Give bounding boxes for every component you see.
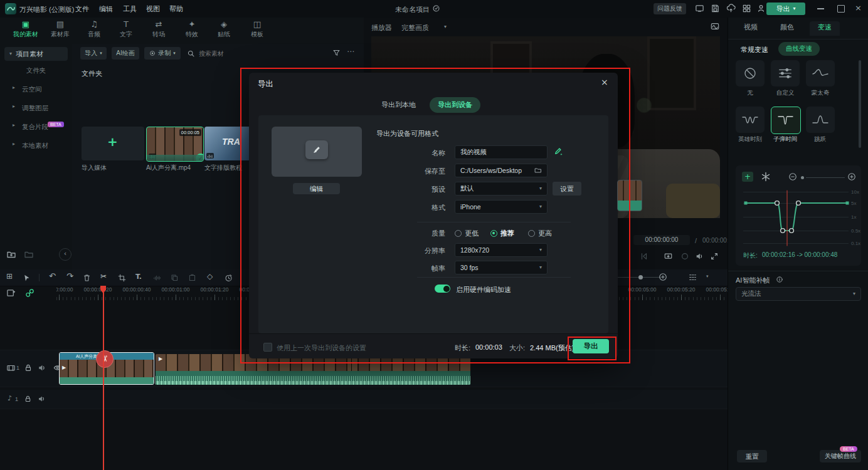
remember-checkbox[interactable] (263, 343, 272, 352)
ai-method-dropdown[interactable]: 光流法 ▾ (736, 287, 861, 301)
speed-clock-icon[interactable] (225, 274, 233, 283)
format-dropdown[interactable]: iPhone ▾ (455, 200, 548, 214)
import-media-tile[interactable]: + (82, 127, 144, 160)
keyframe-icon[interactable]: ◇ (207, 273, 213, 280)
quality-option-lower[interactable]: 更低 (455, 229, 479, 238)
dialog-close-button[interactable]: × (601, 78, 608, 86)
cloud-upload-icon[interactable] (726, 4, 736, 14)
select-tool-icon[interactable] (23, 274, 31, 283)
preset-bullet-time[interactable] (771, 107, 801, 134)
add-to-track-icon[interactable] (6, 288, 16, 299)
filter-icon[interactable] (332, 49, 341, 58)
split-playhead-badge[interactable]: ✂ (96, 350, 114, 368)
mode-normal-speed[interactable]: 常规变速 (741, 45, 768, 55)
delete-icon[interactable] (83, 274, 91, 283)
sidebar-item-folder[interactable]: 文件夹 (0, 66, 72, 75)
crop-icon[interactable] (118, 274, 126, 283)
menu-help[interactable]: 帮助 (169, 4, 183, 14)
ai-write-icon[interactable] (553, 145, 564, 157)
menu-edit[interactable]: 编辑 (99, 4, 113, 14)
settings-button[interactable]: 设置 (553, 182, 581, 196)
add-point-button[interactable]: + (742, 172, 753, 182)
snapshot-icon[interactable] (664, 252, 673, 262)
workspace-grid-icon[interactable] (742, 4, 751, 14)
feedback-button[interactable]: 问题反馈 (654, 3, 686, 14)
hardware-accel-toggle[interactable] (435, 285, 450, 293)
track-manager-icon[interactable] (689, 273, 697, 283)
tab-transition[interactable]: ⇄转场 (142, 20, 175, 39)
mode-curve-speed[interactable]: 曲线变速 (778, 42, 820, 56)
keyframe-curve-button[interactable]: 关键帧曲线 (820, 450, 861, 462)
tab-effects[interactable]: ✦特效 (176, 20, 208, 39)
media-grid-tool-icon[interactable]: ⊞ (6, 273, 13, 280)
curve-graph[interactable]: 10x 5x 1x 0.5x 0.1x (743, 189, 851, 247)
import-button[interactable]: 导入 ▾ (80, 47, 107, 60)
quality-option-recommended[interactable]: 推荐 (490, 229, 514, 238)
close-window-button[interactable]: × (855, 4, 862, 12)
menu-file[interactable]: 文件 (75, 4, 89, 14)
fps-dropdown[interactable]: 30 fps ▾ (455, 261, 548, 274)
undo-icon[interactable]: ↶ (49, 272, 56, 280)
mute-track-icon[interactable] (38, 395, 46, 404)
timeline-zoom-knob[interactable] (638, 275, 643, 279)
ai-paint-button[interactable]: AI绘画 (112, 47, 139, 60)
preset-none[interactable] (736, 60, 765, 86)
copy-icon[interactable] (171, 274, 179, 283)
name-input[interactable] (455, 145, 548, 159)
media-clip-tile[interactable]: 00:00:05 ✓ (146, 127, 204, 162)
export-confirm-button[interactable]: 导出 (573, 339, 609, 353)
tab-audio[interactable]: ♫音频 (78, 20, 110, 39)
tab-color[interactable]: 颜色 (780, 23, 794, 32)
minimize-button[interactable] (817, 8, 824, 9)
preset-montage[interactable] (806, 60, 835, 86)
search-input[interactable] (198, 48, 257, 60)
zoom-fit-icon[interactable] (659, 273, 667, 283)
mark-in-icon[interactable] (640, 252, 648, 262)
tab-speed[interactable]: 变速 (810, 21, 840, 36)
record-voice-icon[interactable] (680, 252, 689, 262)
preset-dropdown[interactable]: 默认 ▾ (455, 182, 548, 196)
zoom-slider-track[interactable] (806, 177, 845, 178)
text-tool-icon[interactable]: T. (135, 273, 142, 280)
tab-my-media[interactable]: ▣我的素材 (9, 20, 42, 39)
record-button[interactable]: 录制 ▾ (144, 47, 181, 60)
lock-track-icon[interactable] (24, 363, 33, 373)
zoom-slider-knob[interactable] (801, 176, 804, 179)
tab-video[interactable]: 视频 (744, 23, 758, 32)
edit-button[interactable]: 编辑 (293, 183, 340, 194)
dialog-tab-local[interactable]: 导出到本地 (381, 100, 416, 110)
quality-option-higher[interactable]: 更高 (528, 229, 552, 238)
chevron-down-icon[interactable]: ▾ (706, 274, 709, 279)
collapse-panel-button[interactable]: ‹ (59, 248, 71, 261)
new-folder-icon[interactable] (6, 249, 16, 261)
freeze-frame-icon[interactable] (761, 172, 771, 183)
preset-jumper[interactable] (806, 107, 835, 133)
audio-wave-icon[interactable] (153, 274, 161, 283)
dialog-tab-device[interactable]: 导出到设备 (430, 97, 480, 113)
tab-text[interactable]: T文字 (110, 20, 142, 39)
tab-library[interactable]: ▤素材库 (44, 20, 77, 39)
layout-icon[interactable] (695, 4, 704, 14)
save-path-field[interactable]: C:/Users/ws/Desktop (455, 164, 548, 177)
export-top-button[interactable]: 导出 ▾ (766, 3, 805, 15)
tab-template[interactable]: ◫模板 (241, 20, 273, 39)
paste-icon[interactable] (188, 274, 196, 283)
info-icon[interactable] (776, 276, 783, 285)
quality-dropdown[interactable]: 完整画质 (401, 23, 429, 33)
lock-track-icon[interactable] (24, 395, 32, 404)
reset-button[interactable]: 重置 (737, 450, 767, 462)
more-options-icon[interactable]: ⋯ (347, 48, 354, 55)
edit-thumbnail-button[interactable] (305, 140, 328, 159)
folder-icon[interactable] (24, 249, 34, 261)
fullscreen-icon[interactable] (710, 252, 719, 262)
menu-tools[interactable]: 工具 (123, 4, 137, 14)
link-icon[interactable] (25, 288, 34, 299)
volume-icon[interactable] (695, 252, 704, 262)
timecode-current[interactable]: 00:00:00:00 (633, 235, 690, 245)
redo-icon[interactable]: ↷ (66, 272, 73, 280)
mute-track-icon[interactable] (38, 363, 46, 373)
preset-custom[interactable] (771, 60, 800, 86)
scope-icon[interactable] (710, 22, 720, 32)
split-scissors-icon[interactable]: ✂ (100, 273, 107, 280)
preset-hero-moment[interactable] (736, 107, 765, 133)
